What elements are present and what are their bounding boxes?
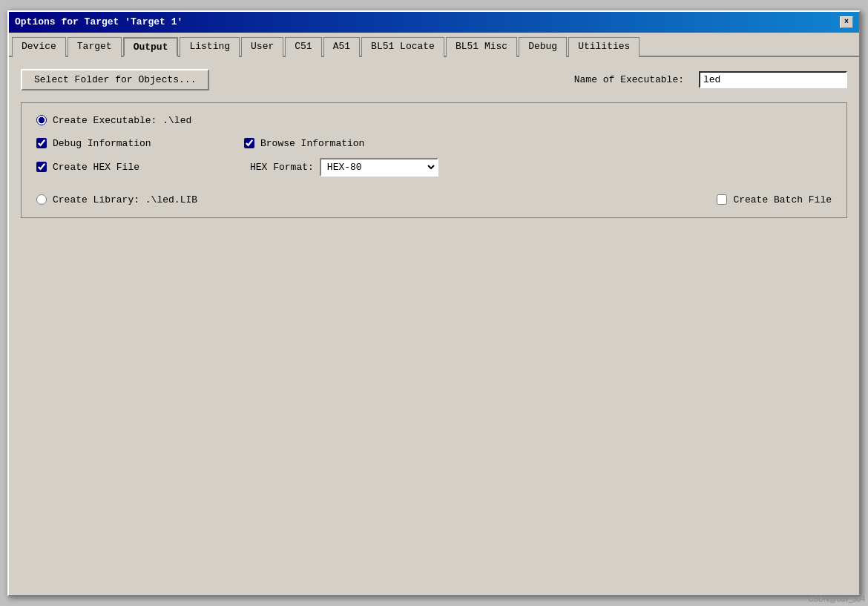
browse-info-label: Browse Information [260,138,364,149]
tab-bl51-misc[interactable]: BL51 Misc [446,37,517,57]
tab-a51[interactable]: A51 [323,37,360,57]
tab-bar: Device Target Output Listing User C51 A5… [9,33,859,57]
browse-info-checkbox[interactable] [244,138,254,148]
tab-device[interactable]: Device [12,37,66,57]
window-title: Options for Target 'Target 1' [15,16,183,27]
create-hex-checkbox[interactable] [36,162,47,172]
create-executable-radio[interactable] [36,115,47,125]
watermark: CSDN@bav_304 [808,595,865,603]
tab-listing[interactable]: Listing [180,37,240,57]
browse-info-col: Browse Information [244,138,452,149]
executable-label: Name of Executable: [574,74,684,85]
top-row: Select Folder for Objects... Name of Exe… [21,69,847,90]
tab-debug[interactable]: Debug [519,37,567,57]
select-folder-button[interactable]: Select Folder for Objects... [21,69,209,90]
create-library-radio[interactable] [36,194,47,205]
options-group: Create Executable: .\led Debug Informati… [21,102,847,218]
create-batch-checkbox[interactable] [717,194,727,205]
hex-format-select[interactable]: HEX-80 HEX-386 [320,158,438,177]
create-library-row: Create Library: .\led.LIB [36,194,197,205]
create-batch-row: Create Batch File [717,194,832,205]
tab-c51[interactable]: C51 [285,37,321,57]
dialog-window: Options for Target 'Target 1' × Device T… [7,10,861,596]
create-batch-label: Create Batch File [733,194,832,205]
debug-info-label: Debug Information [53,138,151,149]
close-button[interactable]: × [840,16,853,28]
tab-utilities[interactable]: Utilities [568,37,640,57]
checkbox-row-1: Debug Information Browse Information [36,138,832,149]
executable-input[interactable] [699,71,847,88]
tab-bl51-locate[interactable]: BL51 Locate [361,37,444,57]
create-executable-label: Create Executable: .\led [53,115,191,126]
tab-user[interactable]: User [241,37,283,57]
create-executable-row: Create Executable: .\led [36,115,832,126]
title-bar-buttons: × [840,16,853,28]
tab-target[interactable]: Target [68,37,122,57]
bottom-row: Create Library: .\led.LIB Create Batch F… [36,194,832,205]
create-hex-col: Create HEX File [36,162,244,173]
tab-output[interactable]: Output [123,37,179,57]
create-hex-label: Create HEX File [53,162,139,173]
content-area: Select Folder for Objects... Name of Exe… [9,57,859,595]
debug-info-checkbox[interactable] [36,138,47,148]
title-bar: Options for Target 'Target 1' × [9,12,859,33]
hex-format-label: HEX Format: [250,162,314,173]
create-library-label: Create Library: .\led.LIB [53,194,197,205]
debug-info-col: Debug Information [36,138,244,149]
hex-format-row: Create HEX File HEX Format: HEX-80 HEX-3… [36,158,832,177]
